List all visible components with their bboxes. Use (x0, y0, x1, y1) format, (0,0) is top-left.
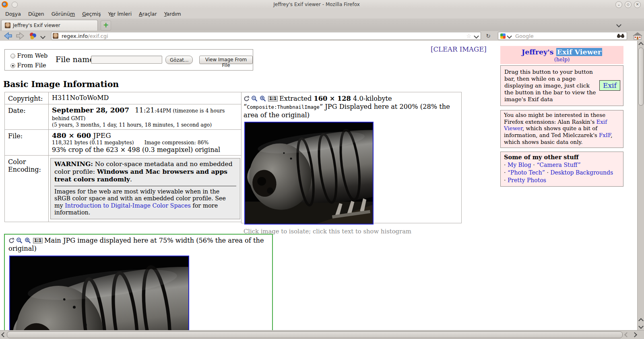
sidebar-header: Jeffrey's Exif Viewer (help) (500, 46, 623, 64)
sidebar-title-prefix: Jeffrey's (522, 48, 556, 56)
tab-list-chevron-icon[interactable] (616, 22, 621, 27)
back-icon[interactable] (2, 31, 13, 40)
color-spaces-link[interactable]: Introduction to Digital-Image Color Spac… (65, 202, 191, 209)
bullet: · (533, 162, 535, 168)
color-encoding-value: WARNING: No color-space metadata and no … (49, 156, 242, 222)
menu-item[interactable]: Yardım (161, 10, 185, 18)
search-engine-chevron-icon[interactable] (507, 33, 512, 39)
google-icon[interactable] (500, 33, 506, 39)
zoom-out-icon[interactable] (251, 96, 258, 102)
window-menu-button[interactable] (12, 2, 18, 8)
warning-word: WARNING: (54, 160, 93, 168)
file-name-input[interactable] (91, 56, 162, 64)
search-bar[interactable] (498, 32, 627, 40)
copyright-label: Copyright: (5, 92, 49, 104)
zoom-in-icon[interactable] (25, 237, 31, 244)
colored-spheres-icon[interactable] (29, 32, 37, 40)
pretty-photos-link[interactable]: Pretty Photos (508, 177, 546, 183)
main-image[interactable] (9, 256, 189, 331)
from-file-radio[interactable] (10, 63, 15, 68)
scroll-left-icon[interactable] (1, 332, 6, 337)
menu-item[interactable]: Dosya (2, 10, 25, 18)
scroll-up-icon[interactable] (638, 42, 644, 47)
vertical-scrollbar[interactable] (637, 41, 644, 331)
basic-info-table: Copyright: H311NoToWoMD Date: September … (4, 92, 242, 222)
camera-stuff-link[interactable]: “Camera Stuff” (537, 162, 581, 168)
search-input[interactable] (514, 33, 617, 40)
thumbnail-image[interactable] (244, 122, 374, 225)
main-header: 1:1 Main JPG image displayed here at 75%… (8, 237, 272, 253)
page-title: Basic Image Information (3, 79, 119, 89)
home-icon[interactable] (632, 31, 643, 40)
file-dimensions: 480 × 600 (52, 131, 91, 139)
zoom-in-icon[interactable] (260, 96, 266, 102)
menu-item[interactable]: Düzen (25, 10, 48, 18)
bookmarklet-instructions: Drag this button to your button bar, the… (504, 69, 597, 103)
file-type: JPEG (91, 131, 111, 139)
bullet: · (504, 169, 506, 176)
url-dropdown-chevron-icon[interactable] (474, 33, 479, 39)
date-label: Date: (5, 104, 49, 130)
desktop-backgrounds-link[interactable]: Desktop Backgrounds (550, 169, 613, 176)
extensions-box: You also might be interested in these Fi… (500, 110, 623, 148)
photo-tech-link[interactable]: “Photo Tech” (508, 169, 545, 176)
reload-icon[interactable]: ↻ (484, 32, 492, 40)
scroll-right-icon[interactable] (632, 332, 637, 337)
image-source-form: From Web From File File name: Gözat... V… (4, 49, 253, 71)
from-web-radio[interactable] (10, 54, 15, 58)
binoculars-icon (617, 33, 625, 38)
horizontal-scrollbar[interactable] (0, 330, 644, 339)
site-favicon (53, 33, 58, 39)
maximize-button[interactable]: ◇ (625, 1, 632, 8)
rotate-icon[interactable] (244, 96, 250, 102)
other-stuff-line: · Pretty Photos (504, 177, 620, 183)
menu-item[interactable]: Geçmiş (78, 10, 104, 18)
from-web-option[interactable]: From Web (10, 52, 47, 59)
rotate-icon[interactable] (8, 237, 14, 243)
url-path: /exif.cgi (88, 33, 108, 39)
close-button[interactable]: ✕ (634, 1, 641, 8)
menu-item[interactable]: Yer İmleri (105, 10, 136, 18)
actual-size-icon[interactable]: 1:1 (268, 96, 278, 102)
scroll-down-icon[interactable] (638, 324, 644, 329)
other-stuff-line: · My Blog · “Camera Stuff” (504, 162, 620, 168)
divider (54, 186, 236, 186)
scroll-left-icon[interactable] (624, 332, 630, 337)
horizontal-scrollbar-thumb[interactable] (7, 331, 623, 338)
bookmark-star-icon[interactable]: ☆ (466, 33, 471, 39)
my-blog-link[interactable]: My Blog (508, 162, 531, 168)
tab-jeffreys-exif-viewer[interactable]: Jeffrey's Exif viewer (1, 20, 98, 31)
exif-bookmarklet-button[interactable]: Exif (599, 80, 620, 91)
file-name-label: File name: (56, 55, 97, 64)
help-link[interactable]: (help) (500, 56, 623, 62)
color-warning-box: WARNING: No color-space metadata and no … (50, 158, 240, 219)
url-bar[interactable]: regex.info /exif.cgi ☆ (51, 32, 481, 40)
file-bytes: 118,321 bytes (0.11 megabytes) (52, 139, 134, 146)
vertical-scrollbar-thumb[interactable] (638, 48, 644, 106)
browse-button[interactable]: Gözat... (165, 56, 193, 64)
warning-period: . (130, 176, 132, 183)
forward-icon[interactable] (15, 31, 26, 40)
sidebar-title: Jeffrey's Exif Viewer (522, 48, 602, 56)
window-title: Jeffrey's Exif viewer - Mozilla Firefox (18, 2, 615, 7)
menu-item[interactable]: Araçlar (135, 10, 161, 18)
histogram-toggle-text[interactable]: Click image to isolate; click this text … (244, 228, 459, 235)
actual-size-icon[interactable]: 1:1 (33, 238, 43, 243)
title-bar: Jeffrey's Exif viewer - Mozilla Firefox … (0, 0, 644, 9)
copyright-value: H311NoToWoMD (49, 92, 242, 104)
minimize-button[interactable]: ⌄ (615, 1, 622, 8)
file-label: File: (5, 130, 49, 156)
from-file-option[interactable]: From File (10, 62, 46, 69)
bullet: · (547, 169, 548, 176)
other-stuff-heading: Some of my other stuff (504, 154, 620, 160)
zoom-out-icon[interactable] (16, 237, 23, 244)
page-content: From Web From File File name: Gözat... V… (0, 41, 638, 331)
scroll-up-icon[interactable] (638, 318, 644, 323)
table-row: Color Encoding: WARNING: No color-space … (5, 156, 242, 222)
nav-dropdown-chevron-icon[interactable] (40, 34, 45, 39)
view-image-from-file-button[interactable]: View Image From File (199, 56, 253, 64)
clear-image-link[interactable]: [CLEAR IMAGE] (431, 46, 487, 53)
new-tab-button[interactable]: + (101, 21, 111, 31)
menu-item[interactable]: Görünüm (48, 10, 78, 18)
fxif-extension-link[interactable]: FxIF (599, 132, 611, 138)
